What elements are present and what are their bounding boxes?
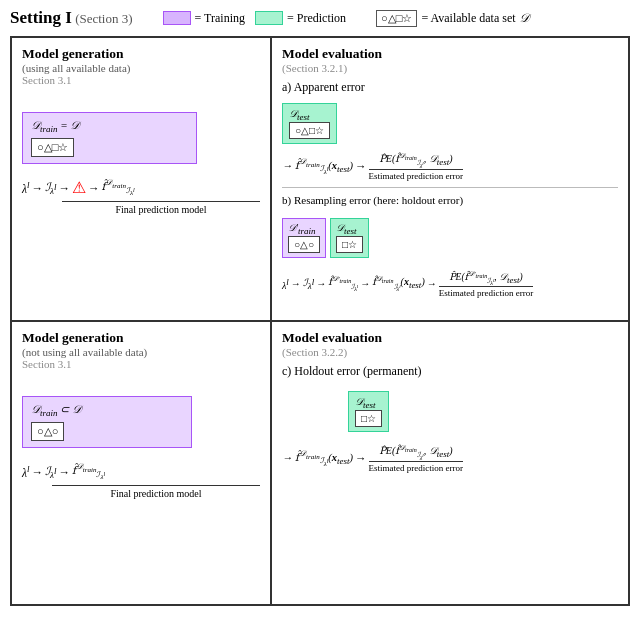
training-label: = Training [195, 11, 245, 26]
br-c-label: c) Holdout error (permanent) [282, 364, 618, 379]
tl-lambda: λl [22, 180, 30, 195]
br-flow-c: → f̂𝒟trainℐλl(xtest) → P̂E(f̂𝒟trainℐλl, … [282, 444, 618, 473]
tl-subheading: (using all available data) [22, 62, 260, 74]
bl-subheading: (not using all available data) [22, 346, 260, 358]
bl-I: ℐλl [45, 464, 56, 480]
tr-a-label: a) Apparent error [282, 80, 618, 95]
legend: = Training = Prediction [163, 11, 347, 26]
cell-bottom-right: Model evaluation (Section 3.2.2) c) Hold… [271, 321, 629, 605]
tr-pe-b: P̂E(f̂𝒟'trainℐλl, 𝒟test) Estimated predi… [439, 270, 533, 298]
tl-symbol-box: ○△□☆ [31, 138, 74, 157]
prediction-color-box [255, 11, 283, 25]
bl-flow: λl → ℐλl → f̂𝒟trainℐλl [22, 462, 260, 481]
br-heading: Model evaluation [282, 330, 618, 346]
main-container: Setting I (Section 3) = Training = Predi… [0, 0, 640, 630]
tr-sym-b2: □☆ [336, 236, 363, 253]
tl-heading: Model generation [22, 46, 260, 62]
tr-b-label: b) Resampling error (here: holdout error… [282, 194, 618, 206]
tl-section: Section 3.1 [22, 74, 260, 86]
tr-part-a: a) Apparent error 𝒟test ○△□☆ → f̂𝒟trainℐ… [282, 80, 618, 181]
cell-top-right: Model evaluation (Section 3.2.1) a) Appa… [271, 37, 629, 321]
tl-flow: λl → ℐλl → ⚠ → f̂𝒟trainℐλl [22, 178, 260, 197]
training-color-box [163, 11, 191, 25]
tl-arrow1: → [32, 182, 44, 194]
setting-title: Setting I (Section 3) [10, 8, 133, 28]
tr-pe-a: P̂E(f̂𝒟trainℐλl, 𝒟test) Estimated predic… [369, 152, 463, 181]
bl-arrow2: → [58, 466, 70, 478]
dataset-label: = Available data set 𝒟 [421, 11, 528, 26]
bl-bottom-label: Final prediction model [52, 485, 260, 499]
cell-bottom-left: Model generation (not using all availabl… [11, 321, 271, 605]
bl-symbol-box: ○△○ [31, 422, 64, 441]
tr-green-a: 𝒟test ○△□☆ [282, 103, 337, 144]
tl-I: ℐλl [45, 180, 56, 196]
dataset-symbols: ○△□☆ [376, 10, 417, 27]
bl-lambda: λl [22, 464, 30, 479]
tl-purple-region: 𝒟train = 𝒟 ○△□☆ [22, 112, 197, 164]
br-green-c: 𝒟test □☆ [348, 391, 389, 432]
tr-flow-b: λl → ℐλl → f̂𝒟'trainℐλl → f̂𝒟trainℐλl(xt… [282, 270, 618, 298]
tl-brace-group: f̂𝒟trainℐλl [101, 178, 134, 197]
br-part-c: c) Holdout error (permanent) 𝒟test □☆ → … [282, 364, 618, 473]
tr-flow-a: → f̂𝒟trainℐλl(xtest) → P̂E(f̂𝒟trainℐλl, … [282, 152, 618, 181]
legend-dataset: ○△□☆ = Available data set 𝒟 [376, 10, 528, 27]
bl-brace-group: f̂𝒟trainℐλl [72, 462, 105, 481]
tr-sym-a: ○△□☆ [289, 122, 330, 139]
legend-prediction: = Prediction [255, 11, 346, 26]
tr-section: (Section 3.2.1) [282, 62, 618, 74]
br-section: (Section 3.2.2) [282, 346, 618, 358]
prediction-label: = Prediction [287, 11, 346, 26]
legend-training: = Training [163, 11, 245, 26]
bl-purple-region: 𝒟train ⊂ 𝒟 ○△○ [22, 396, 192, 448]
tr-heading: Model evaluation [282, 46, 618, 62]
tr-boxes-b: 𝒟'train ○△○ 𝒟test □☆ [282, 210, 618, 266]
br-sym-c: □☆ [355, 410, 382, 427]
tl-warning: ⚠ [72, 178, 86, 197]
bl-heading: Model generation [22, 330, 260, 346]
bl-section: Section 3.1 [22, 358, 260, 370]
tr-divider [282, 187, 618, 188]
bl-f: f̂𝒟trainℐλl [72, 462, 105, 481]
tl-bottom-label: Final prediction model [62, 201, 260, 215]
tl-arrow3: → [88, 182, 100, 194]
tr-purple-b: 𝒟'train ○△○ [282, 218, 326, 258]
tr-part-b: b) Resampling error (here: holdout error… [282, 194, 618, 298]
cell-top-left: Model generation (using all available da… [11, 37, 271, 321]
tr-green-b: 𝒟test □☆ [330, 218, 369, 258]
main-grid: Model generation (using all available da… [10, 36, 630, 606]
tl-f: f̂𝒟trainℐλl [101, 178, 134, 197]
bl-arrow1: → [32, 466, 44, 478]
br-pe-c: P̂E(f̂𝒟trainℐλl, 𝒟test) Estimated predic… [369, 444, 463, 473]
tr-sym-b1: ○△○ [288, 236, 320, 253]
tl-arrow2: → [58, 182, 70, 194]
header-row: Setting I (Section 3) = Training = Predi… [10, 8, 630, 28]
